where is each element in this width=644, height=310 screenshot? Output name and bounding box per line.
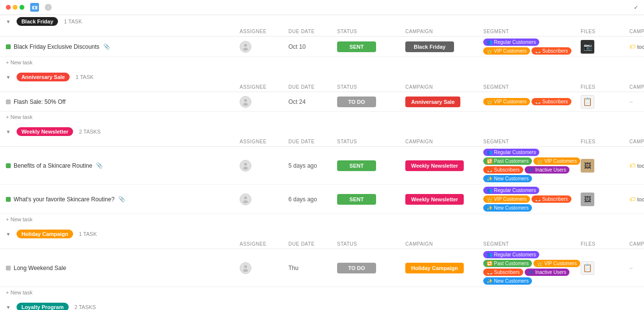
group-badge[interactable]: Black Friday — [17, 17, 58, 26]
segment-tag: 👑VIP Customers — [483, 47, 530, 55]
task-color-dot — [6, 99, 11, 104]
assignee-avatar[interactable] — [240, 96, 251, 108]
task-name[interactable]: What's your favorite Skincare Routine? — [14, 196, 114, 203]
status-badge[interactable]: SENT — [337, 160, 376, 171]
table-container: ▼ Black Friday 1 TASK ASSIGNEE DUE DATE … — [0, 15, 644, 310]
col-segment: SEGMENT — [483, 84, 581, 90]
col-headers-row: ASSIGNEE DUE DATE STATUS CAMPAIGN SEGMEN… — [0, 137, 644, 147]
segment-tag: 👑VIP Customers — [483, 98, 530, 105]
campaign-badge[interactable]: Black Friday — [405, 41, 454, 52]
status-cell: SENT — [337, 41, 405, 52]
campaign-badge[interactable]: Weekly Newsletter — [405, 160, 464, 171]
new-task-link[interactable]: + New task — [6, 216, 33, 222]
campaign-link-icon: 🏷 — [629, 43, 635, 50]
file-thumb: 📋 — [581, 95, 594, 109]
files-cell: 📋 — [581, 95, 629, 109]
assignee-avatar[interactable] — [240, 262, 251, 274]
campaign-badge[interactable]: Holiday Campaign — [405, 263, 464, 273]
campaign-link-text[interactable]: tool.com — [637, 44, 644, 50]
status-cell: TO DO — [337, 263, 405, 273]
group-chevron[interactable]: ▼ — [6, 19, 11, 24]
group-badge[interactable]: Weekly Newsletter — [17, 127, 73, 136]
assignee-avatar[interactable] — [240, 41, 251, 53]
segment-tag: ✨New Customers — [483, 204, 532, 212]
group-count: 2 TASKS — [75, 304, 96, 310]
status-badge[interactable]: TO DO — [337, 97, 376, 107]
group-chevron[interactable]: ▼ — [6, 305, 11, 310]
col-campaign-link: CAMPAIGN LINK — [629, 29, 644, 34]
task-name-cell: Benefits of a Skincare Routine 📎 — [6, 162, 240, 169]
col-assignee: ASSIGNEE — [240, 84, 288, 90]
file-thumb: 🖼 — [581, 159, 594, 173]
hide-closed-btn[interactable] — [634, 4, 638, 11]
segment-tag: 🦊Subscribers — [483, 269, 523, 276]
col-due-date: DUE DATE — [288, 29, 337, 34]
task-name[interactable]: Long Weekend Sale — [14, 265, 66, 271]
col-status: STATUS — [337, 139, 405, 144]
campaign-cell: Weekly Newsletter — [405, 194, 483, 205]
col-status: STATUS — [337, 84, 405, 90]
segment-cell: 👥Regular Customers 👑VIP Customers 🦊Subsc… — [483, 39, 581, 55]
segment-tag: 🦊Subscribers — [531, 98, 571, 105]
info-icon[interactable]: i — [45, 4, 52, 11]
group-chevron[interactable]: ▼ — [6, 232, 11, 237]
svg-point-1 — [243, 48, 248, 51]
col-files: FILES — [581, 139, 629, 144]
group-badge[interactable]: Anniversary Sale — [17, 73, 70, 81]
group-label-row: ▼ Anniversary Sale 1 TASK — [0, 71, 644, 82]
campaign-badge[interactable]: Anniversary Sale — [405, 97, 460, 107]
col-status: STATUS — [337, 241, 405, 247]
campaign-link-cell: – — [629, 98, 644, 105]
group-count: 1 TASK — [76, 74, 94, 80]
svg-point-4 — [244, 163, 247, 166]
campaign-badge[interactable]: Weekly Newsletter — [405, 194, 464, 205]
campaign-link-text[interactable]: tool.com — [637, 163, 644, 169]
group-count: 1 TASK — [64, 19, 82, 24]
task-row: Flash Sale: 50% Off Oct 24 TO DO Anniver… — [0, 92, 644, 112]
campaign-link-icon: 🏷 — [629, 162, 635, 169]
campaign-link-dash: – — [629, 98, 633, 105]
task-name[interactable]: Benefits of a Skincare Routine — [14, 162, 92, 169]
new-task-link[interactable]: + New task — [6, 114, 33, 120]
segment-cell: 👑VIP Customers 🦊Subscribers — [483, 98, 581, 105]
new-task-link[interactable]: + New task — [6, 290, 33, 295]
task-name[interactable]: Flash Sale: 50% Off — [14, 98, 66, 105]
campaign-link-text[interactable]: tool.com — [637, 196, 644, 202]
segment-tag: 👥Regular Customers — [483, 187, 539, 194]
assignee-cell — [240, 41, 288, 53]
status-cell: TO DO — [337, 97, 405, 107]
task-name-cell: Flash Sale: 50% Off — [6, 98, 240, 105]
assignee-avatar[interactable] — [240, 194, 251, 205]
group-label-row: ▼ Holiday Campaign 1 TASK — [0, 228, 644, 239]
new-task-row: + New task — [0, 112, 644, 124]
svg-point-5 — [243, 167, 248, 170]
assignee-avatar[interactable] — [240, 160, 251, 172]
col-files: FILES — [581, 241, 629, 247]
group-chevron[interactable]: ▼ — [6, 129, 11, 135]
group-badge[interactable]: Loyalty Program — [17, 303, 69, 310]
status-badge[interactable]: TO DO — [337, 263, 376, 273]
segment-tag: 💤Inactive Users — [525, 166, 569, 174]
file-thumb: 🖼 — [581, 193, 594, 206]
group-chevron[interactable]: ▼ — [6, 75, 11, 80]
segment-cell: 👥Regular Customers 🔁Past Customers 👑VIP … — [483, 251, 581, 285]
status-badge[interactable]: SENT — [337, 194, 376, 205]
segment-cell: 👥Regular Customers 🔁Past Customers 👑VIP … — [483, 149, 581, 182]
segment-tag: ✨New Customers — [483, 175, 532, 182]
status-badge[interactable]: SENT — [337, 41, 376, 52]
col-campaign: CAMPAIGN — [405, 241, 483, 247]
task-name[interactable]: Black Friday Exclusive Discounts — [14, 43, 99, 50]
group-label-row: ▼ Black Friday 1 TASK — [0, 15, 644, 27]
col-due-date: DUE DATE — [288, 139, 337, 144]
svg-point-9 — [243, 269, 248, 272]
col-task — [6, 241, 240, 247]
segment-tag: 🦊Subscribers — [483, 166, 523, 174]
col-campaign-link: CAMPAIGN LINK — [629, 241, 644, 247]
col-segment: SEGMENT — [483, 241, 581, 247]
new-task-link[interactable]: + New task — [6, 59, 33, 65]
group-badge[interactable]: Holiday Campaign — [17, 230, 73, 238]
col-task — [6, 84, 240, 90]
task-attachment-icon: 📎 — [96, 162, 103, 169]
col-due-date: DUE DATE — [288, 241, 337, 247]
svg-point-3 — [243, 103, 248, 106]
